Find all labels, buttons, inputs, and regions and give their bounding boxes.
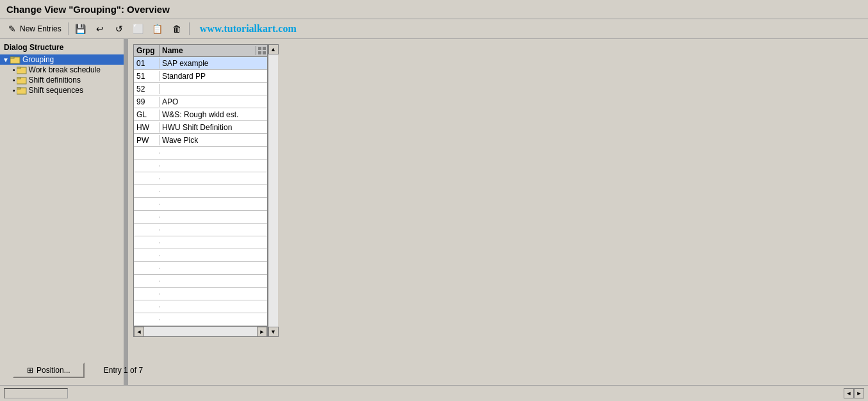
cell-name-3 [160,88,267,90]
toolbar: ✎ New Entries 💾 ↩ ↺ ⬜ 📋 🗑 www.tutorialka… [0,19,868,39]
paste-icon: 📋 [152,23,163,35]
empty-row [134,236,267,249]
delete-icon: 🗑 [171,23,183,35]
col-name-header: Name [160,45,256,56]
scroll-horizontal-track[interactable] [144,327,257,336]
paste-button[interactable]: 📋 [149,22,166,36]
data-table: Grpg Name 01 [133,44,268,337]
vertical-scrollbar[interactable]: ▲ ▼ [268,44,278,337]
empty-row [134,172,267,185]
svg-rect-1 [10,57,14,58]
toolbar-separator-1 [68,22,69,35]
svg-rect-8 [258,47,261,50]
empty-row [134,275,267,288]
cell-name-6: HWU Shift Definition [160,122,267,133]
empty-row [134,249,267,262]
panel-title: Dialog Structure [0,42,124,54]
svg-rect-5 [17,78,20,79]
delete-button[interactable]: 🗑 [168,22,185,36]
cell-grpg-1: 01 [134,58,160,69]
table-row[interactable]: PW Wave Pick [134,134,267,147]
empty-row [134,300,267,313]
table-body: 01 SAP example 51 Standard PP 52 [134,57,267,326]
scroll-up-button[interactable]: ▲ [268,44,279,54]
tree-dot-shift-def: • [13,77,15,84]
title-bar: Change View "Grouping": Overview [0,0,868,19]
svg-rect-11 [263,51,266,54]
horizontal-scrollbar[interactable]: ◄ ► [134,326,267,336]
tree-dot-shift-seq: • [13,87,15,94]
folder-icon-work-break [17,65,27,74]
scroll-vertical-track[interactable] [268,54,278,327]
table-row[interactable]: 51 Standard PP [134,70,267,83]
position-button[interactable]: ⊞ Position... [13,363,85,378]
left-panel: Dialog Structure ▼ Grouping • Work break [0,39,125,389]
table-row[interactable]: GL W&S: Rough wkld est. [134,108,267,121]
empty-row [134,198,267,211]
nav-left-button[interactable]: ◄ [844,388,854,398]
cell-name-5: W&S: Rough wkld est. [160,110,267,120]
empty-row [134,288,267,300]
cell-grpg-2: 51 [134,71,160,81]
nav-right-button[interactable]: ► [854,388,864,398]
sidebar-item-shift-definitions[interactable]: • Shift definitions [0,75,124,85]
empty-row [134,147,267,160]
sidebar-item-label-shift-definitions: Shift definitions [29,76,81,85]
undo-icon: ↺ [113,23,125,35]
cell-grpg-3: 52 [134,84,160,94]
empty-row [134,313,267,326]
sidebar-item-grouping[interactable]: ▼ Grouping [0,54,124,65]
back-button[interactable]: ↩ [92,22,108,36]
svg-rect-9 [263,47,266,50]
table-row[interactable]: HW HWU Shift Definition [134,121,267,134]
status-bar: ◄ ► [0,385,868,401]
sidebar-item-label-shift-sequences: Shift sequences [29,86,83,95]
empty-row [134,262,267,275]
copy-button[interactable]: ⬜ [130,22,147,36]
table-header: Grpg Name [134,45,267,57]
svg-rect-10 [258,51,261,54]
folder-icon-grouping [10,55,20,64]
cell-grpg-7: PW [134,135,160,145]
toolbar-separator-2 [189,22,190,35]
sidebar-item-label-work-break: Work break schedule [29,65,101,74]
table-with-scrollbar: Grpg Name 01 [133,44,863,337]
table-row[interactable]: 52 [134,83,267,95]
page-title: Change View "Grouping": Overview [6,4,170,15]
scroll-down-button[interactable]: ▼ [268,327,279,337]
save-icon: 💾 [75,23,86,35]
new-entries-label: New Entries [20,24,61,33]
folder-icon-shift-definitions [17,76,27,85]
cell-grpg-4: 99 [134,97,160,107]
column-settings-button[interactable] [256,46,267,55]
sidebar-item-work-break-schedule[interactable]: • Work break schedule [0,65,124,75]
svg-rect-7 [17,88,20,89]
undo-button[interactable]: ↺ [111,22,127,36]
position-label: Position... [37,366,70,375]
cell-name-7: Wave Pick [160,135,267,145]
right-panel: Grpg Name 01 [128,39,868,389]
sidebar-item-shift-sequences[interactable]: • Shift sequences [0,85,124,95]
save-button[interactable]: 💾 [72,22,89,36]
table-row[interactable]: 01 SAP example [134,57,267,70]
status-area [4,388,68,398]
col-grpg-header: Grpg [134,45,160,56]
bottom-area: ⊞ Position... Entry 1 of 7 [0,359,868,382]
cell-name-4: APO [160,97,267,107]
entry-info: Entry 1 of 7 [104,366,143,375]
svg-rect-3 [17,67,20,69]
folder-icon-shift-sequences [17,86,27,95]
empty-row [134,211,267,224]
empty-row [134,160,267,172]
cell-name-1: SAP example [160,58,267,69]
empty-row [134,185,267,198]
scroll-right-button[interactable]: ► [257,327,267,337]
scroll-left-button[interactable]: ◄ [134,327,144,337]
status-nav: ◄ ► [844,388,864,398]
main-content: Dialog Structure ▼ Grouping • Work break [0,39,868,389]
table-row[interactable]: 99 APO [134,95,267,108]
tree-arrow-grouping: ▼ [3,56,9,63]
sidebar-item-label-grouping: Grouping [22,55,54,64]
new-entries-button[interactable]: ✎ New Entries [4,22,64,36]
cell-name-2: Standard PP [160,71,267,81]
